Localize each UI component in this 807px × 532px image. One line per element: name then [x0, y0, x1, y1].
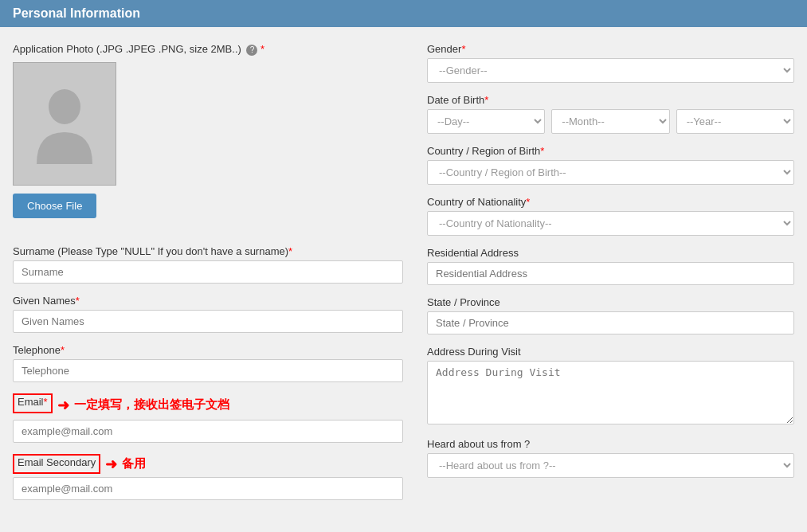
page-title: Personal Information — [13, 6, 140, 20]
heard-select[interactable]: --Heard about us from ?-- — [427, 453, 794, 478]
page-content: Application Photo (.JPG .JPEG .PNG, size… — [0, 27, 807, 527]
right-column: Gender* --Gender-- Male Female Date of B… — [427, 43, 794, 511]
telephone-group: Telephone* — [13, 344, 403, 382]
gender-label: Gender* — [427, 43, 794, 55]
email-arrow-icon: ➜ — [57, 397, 69, 414]
dob-row: --Day-- --Month-- --Year-- — [427, 109, 794, 134]
dob-year-select[interactable]: --Year-- — [676, 109, 794, 134]
choose-file-button[interactable]: Choose File — [13, 194, 96, 218]
two-column-layout: Application Photo (.JPG .JPEG .PNG, size… — [13, 43, 794, 511]
surname-label: Surname (Please Type "NULL" If you don't… — [13, 245, 403, 257]
state-province-label: State / Province — [427, 296, 794, 308]
telephone-label: Telephone* — [13, 344, 403, 356]
email-secondary-arrow-icon: ➜ — [105, 456, 117, 473]
email-secondary-annotation-text: 备用 — [122, 456, 146, 471]
page-header: Personal Information — [0, 0, 807, 27]
photo-section: Application Photo (.JPG .JPEG .PNG, size… — [13, 43, 403, 234]
residential-address-label: Residential Address — [427, 247, 794, 259]
heard-group: Heard about us from ? --Heard about us f… — [427, 438, 794, 478]
country-birth-label: Country / Region of Birth* — [427, 145, 794, 157]
country-nationality-group: Country of Nationality* --Country of Nat… — [427, 196, 794, 236]
photo-info-icon[interactable]: ? — [246, 45, 257, 56]
photo-placeholder — [13, 62, 116, 186]
gender-select[interactable]: --Gender-- Male Female — [427, 58, 794, 83]
country-nationality-select[interactable]: --Country of Nationality-- — [427, 211, 794, 236]
address-visit-group: Address During Visit — [427, 346, 794, 427]
country-birth-group: Country / Region of Birth* --Country / R… — [427, 145, 794, 185]
email-secondary-input[interactable] — [13, 477, 403, 500]
email-secondary-label: Email Secondary — [18, 456, 96, 468]
email-secondary-label-box: Email Secondary — [13, 454, 100, 474]
svg-point-0 — [49, 89, 80, 124]
address-visit-textarea[interactable] — [427, 361, 794, 424]
left-column: Application Photo (.JPG .JPEG .PNG, size… — [13, 43, 403, 511]
gender-group: Gender* --Gender-- Male Female — [427, 43, 794, 83]
person-silhouette-icon — [33, 84, 96, 164]
email-group: Email* ➜ 一定填写，接收出签电子文档 — [13, 393, 403, 443]
email-input[interactable] — [13, 420, 403, 443]
heard-label: Heard about us from ? — [427, 438, 794, 450]
dob-group: Date of Birth* --Day-- --Month-- --Year-… — [427, 94, 794, 134]
address-visit-label: Address During Visit — [427, 346, 794, 358]
dob-month-select[interactable]: --Month-- — [551, 109, 669, 134]
residential-address-group: Residential Address — [427, 247, 794, 285]
email-label: Email* — [18, 396, 48, 408]
surname-group: Surname (Please Type "NULL" If you don't… — [13, 245, 403, 284]
email-secondary-annotation-row: Email Secondary ➜ 备用 — [13, 454, 403, 474]
country-birth-select[interactable]: --Country / Region of Birth-- — [427, 160, 794, 185]
photo-label: Application Photo (.JPG .JPEG .PNG, size… — [13, 43, 403, 56]
dob-day-select[interactable]: --Day-- — [427, 109, 545, 134]
email-annotation-row: Email* ➜ 一定填写，接收出签电子文档 — [13, 393, 403, 417]
surname-input[interactable] — [13, 260, 403, 284]
email-secondary-group: Email Secondary ➜ 备用 — [13, 454, 403, 500]
state-province-group: State / Province — [427, 296, 794, 334]
email-annotation-text: 一定填写，接收出签电子文档 — [74, 397, 229, 413]
given-names-input[interactable] — [13, 310, 403, 333]
residential-address-input[interactable] — [427, 262, 794, 285]
dob-label: Date of Birth* — [427, 94, 794, 106]
state-province-input[interactable] — [427, 311, 794, 334]
telephone-input[interactable] — [13, 359, 403, 382]
email-label-box: Email* — [13, 393, 53, 413]
country-nationality-label: Country of Nationality* — [427, 196, 794, 208]
given-names-label: Given Names* — [13, 295, 403, 307]
given-names-group: Given Names* — [13, 295, 403, 333]
